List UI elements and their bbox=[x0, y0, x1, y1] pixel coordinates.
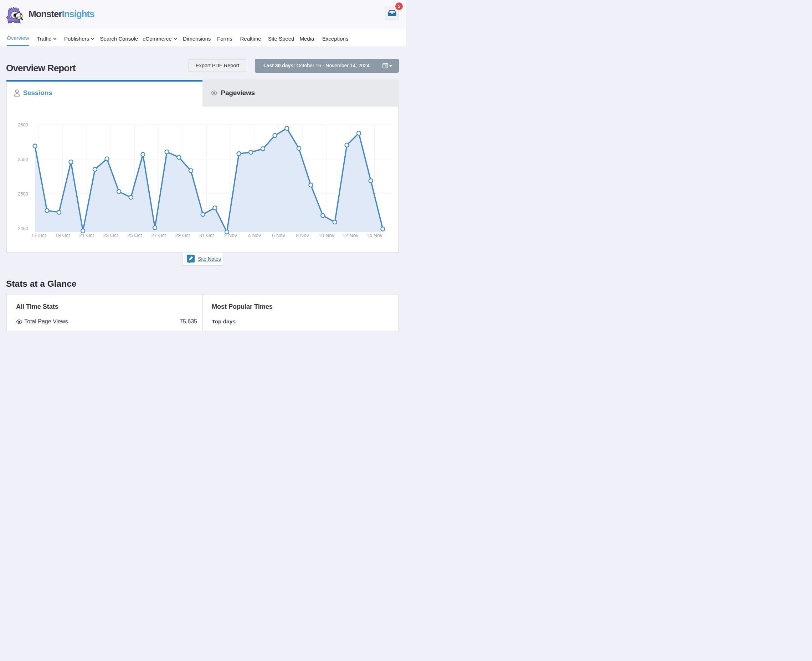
svg-text:27 Oct: 27 Oct bbox=[151, 233, 166, 238]
svg-text:23 Oct: 23 Oct bbox=[103, 233, 118, 238]
svg-text:4 Nov: 4 Nov bbox=[248, 233, 261, 238]
svg-text:6 Nov: 6 Nov bbox=[272, 233, 285, 238]
svg-text:2 Nov: 2 Nov bbox=[224, 233, 237, 238]
svg-text:2500: 2500 bbox=[18, 191, 28, 196]
svg-text:19 Oct: 19 Oct bbox=[55, 233, 70, 238]
svg-text:2600: 2600 bbox=[18, 122, 28, 128]
svg-text:25 Oct: 25 Oct bbox=[127, 233, 142, 238]
svg-text:2450: 2450 bbox=[18, 226, 28, 231]
svg-text:2550: 2550 bbox=[18, 157, 28, 162]
svg-text:12 Nov: 12 Nov bbox=[343, 233, 358, 238]
svg-text:21 Oct: 21 Oct bbox=[79, 233, 94, 238]
svg-text:10 Nov: 10 Nov bbox=[319, 233, 334, 238]
svg-text:8 Nov: 8 Nov bbox=[296, 233, 309, 238]
svg-text:31 Oct: 31 Oct bbox=[199, 233, 214, 238]
svg-text:29 Oct: 29 Oct bbox=[175, 233, 190, 238]
svg-text:14 Nov: 14 Nov bbox=[367, 233, 382, 238]
svg-text:17 Oct: 17 Oct bbox=[31, 233, 46, 238]
